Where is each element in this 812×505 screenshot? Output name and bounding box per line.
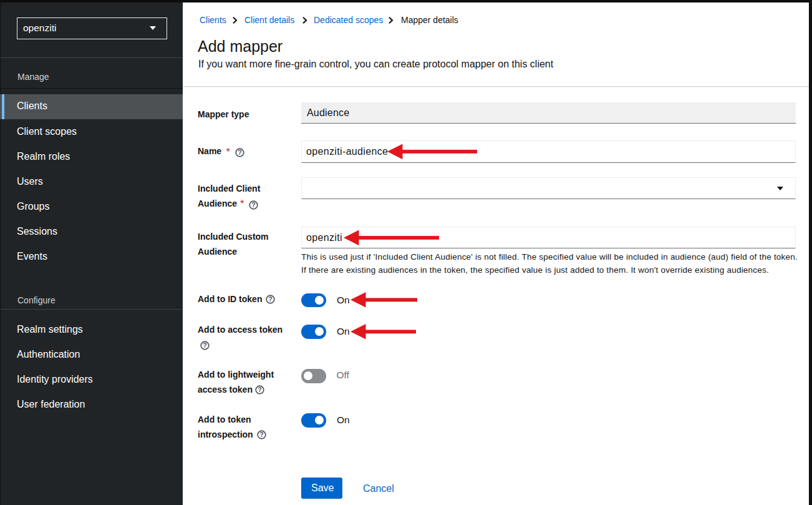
- svg-text:?: ?: [259, 431, 263, 439]
- svg-text:?: ?: [258, 386, 261, 393]
- svg-text:?: ?: [203, 341, 206, 349]
- svg-text:?: ?: [251, 201, 255, 208]
- svg-text:?: ?: [238, 149, 241, 156]
- svg-text:?: ?: [268, 295, 272, 303]
